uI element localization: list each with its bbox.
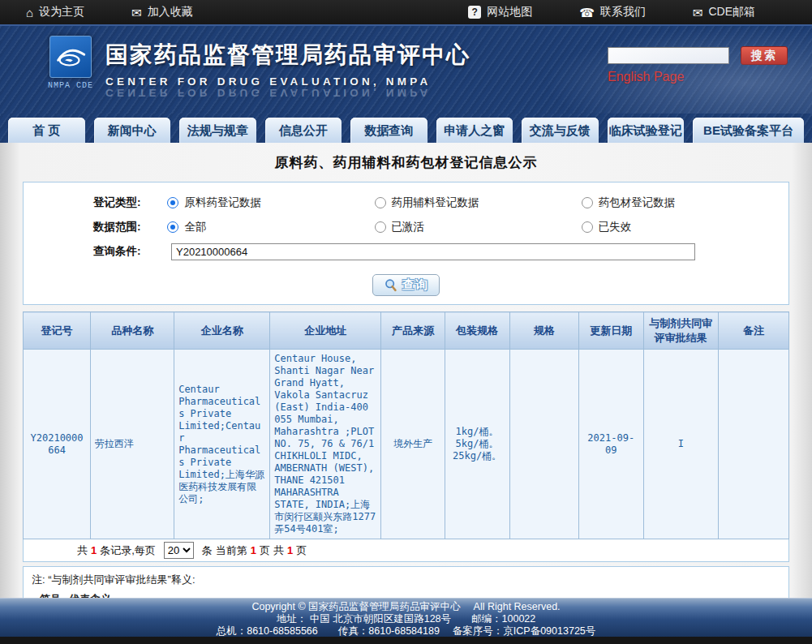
cell-packaging: 1kg/桶。5kg/桶。25kg/桶。 (445, 350, 509, 539)
phone-icon: ☎ (579, 6, 595, 19)
current-page: 1 (251, 544, 256, 556)
page-title: 原料药、药用辅料和药包材登记信息公示 (0, 153, 812, 172)
col-company: 企业名称 (174, 312, 270, 350)
main-content: 原料药、药用辅料和药包材登记信息公示 登记类型: 原料药登记数据 药用辅料登记数… (0, 143, 812, 598)
radio-raw-material[interactable]: 原料药登记数据 (167, 195, 374, 210)
cell-review-result: I (643, 350, 718, 539)
cell-address: Centaur House, Shanti Nagar Near Grand H… (270, 350, 381, 539)
radio-scope-all[interactable]: 全部 (167, 220, 374, 234)
col-name: 品种名称 (91, 312, 174, 350)
tab-feedback[interactable]: 交流与反馈 (522, 118, 599, 143)
radio-icon[interactable] (582, 197, 593, 208)
cell-reg-no: Y20210000664 (24, 350, 91, 539)
contact-label: 联系我们 (600, 5, 646, 19)
radio-scope-active[interactable]: 已激活 (375, 220, 582, 234)
add-favorite-label: 加入收藏 (148, 5, 193, 19)
col-remark: 备注 (718, 312, 788, 350)
cde-mail-label: CDE邮箱 (708, 5, 755, 19)
cell-update-date: 2021-09-09 (578, 350, 643, 539)
radio-label: 药用辅料登记数据 (392, 195, 479, 210)
col-packaging: 包装规格 (445, 312, 509, 350)
col-address: 企业地址 (270, 312, 381, 350)
question-mark-icon: ? (468, 6, 481, 19)
tab-be-platform[interactable]: BE试验备案平台 (693, 118, 804, 143)
col-reg-no: 登记号 (24, 312, 91, 350)
set-home-link[interactable]: ⌂ 设为主页 (26, 5, 84, 19)
col-review-result: 与制剂共同审评审批结果 (643, 312, 718, 350)
site-search-button[interactable]: 搜索 (741, 46, 788, 65)
query-condition-label: 查询条件: (93, 244, 171, 259)
total-pages: 1 (287, 544, 293, 556)
col-source: 产品来源 (381, 312, 445, 350)
pager-text: 页 (296, 543, 307, 558)
contact-link[interactable]: ☎ 联系我们 (579, 5, 646, 19)
table-header-row: 登记号 品种名称 企业名称 企业地址 产品来源 包装规格 规格 更新日期 与制剂… (24, 312, 789, 350)
radio-label: 药包材登记数据 (599, 195, 676, 210)
radio-icon[interactable] (167, 221, 178, 233)
radio-excipient[interactable]: 药用辅料登记数据 (375, 195, 582, 210)
col-spec: 规格 (509, 312, 578, 350)
tab-data-query[interactable]: 数据查询 (350, 118, 427, 143)
magnifier-icon (384, 278, 397, 292)
home-icon: ⌂ (26, 6, 33, 19)
site-logo[interactable]: NMPA CDE (45, 36, 96, 90)
pager-text: 当前第 (216, 543, 247, 558)
pagination-bar: 共 1 条记录,每页 20 条 当前第 1 页 共 1 页 (23, 539, 789, 562)
sitemap-link[interactable]: ? 网站地图 (468, 5, 532, 19)
site-search-input[interactable] (608, 47, 729, 64)
tab-clinical-trial[interactable]: 临床试验登记 (608, 118, 685, 143)
radio-scope-expired[interactable]: 已失效 (582, 220, 788, 234)
add-favorite-link[interactable]: ✉ 加入收藏 (131, 5, 193, 19)
col-update-date: 更新日期 (578, 312, 643, 350)
radio-label: 原料药登记数据 (184, 195, 261, 210)
logo-caption: NMPA CDE (45, 81, 96, 90)
radio-icon[interactable] (582, 221, 593, 233)
tab-news[interactable]: 新闻中心 (94, 118, 171, 143)
radio-icon[interactable] (167, 197, 178, 208)
site-title: 国家药品监督管理局药品审评中心 (105, 40, 470, 71)
tab-home[interactable]: 首 页 (8, 118, 85, 143)
main-nav: 首 页 新闻中心 法规与规章 信息公开 数据查询 申请人之窗 交流与反馈 临床试… (0, 114, 812, 143)
query-condition-input[interactable] (171, 243, 695, 260)
notes-title: 注: “与制剂共同审评审批结果”释义: (32, 573, 780, 587)
radio-label: 已失效 (599, 220, 632, 234)
footer-address: 地址： 中国 北京市朝阳区建国路128号 邮编：100022 (0, 613, 812, 625)
pager-text: 条记录,每页 (100, 543, 156, 558)
query-button[interactable]: 查询 (372, 274, 440, 296)
pager-text: 共 (77, 543, 88, 558)
cell-spec (509, 350, 578, 539)
mail-icon: ✉ (693, 6, 703, 19)
reg-type-label: 登记类型: (93, 195, 167, 210)
site-subtitle-reflection: CENTER FOR DRUG EVALUATION, NMPA (105, 87, 470, 99)
site-subtitle: CENTER FOR DRUG EVALUATION, NMPA (105, 75, 470, 88)
result-table-wrap: 登记号 品种名称 企业名称 企业地址 产品来源 包装规格 规格 更新日期 与制剂… (23, 311, 789, 562)
cell-company: Centaur Pharmaceuticals Private Limited;… (174, 350, 270, 539)
tab-disclosure[interactable]: 信息公开 (265, 118, 342, 143)
top-utility-bar: ⌂ 设为主页 ✉ 加入收藏 ? 网站地图 ☎ 联系我们 ✉ CDE邮箱 (0, 0, 812, 24)
page-size-select[interactable]: 20 (164, 542, 194, 559)
pager-text: 条 (202, 543, 213, 558)
english-page-link[interactable]: English Page (608, 70, 794, 84)
cde-mail-link[interactable]: ✉ CDE邮箱 (693, 5, 755, 19)
query-form: 登记类型: 原料药登记数据 药用辅料登记数据 药包材登记数据 数据范围: 全部 (23, 182, 789, 305)
cell-name: 劳拉西泮 (91, 350, 174, 539)
site-footer: Copyright © 国家药品监督管理局药品审评中心 All Right Re… (0, 598, 812, 637)
radio-packaging-material[interactable]: 药包材登记数据 (582, 195, 788, 210)
radio-icon[interactable] (375, 221, 386, 233)
footer-contacts: 总机：8610-68585566 传真：8610-68584189 备案序号：京… (0, 625, 812, 638)
query-button-label: 查询 (402, 277, 428, 293)
cde-swoosh-icon (54, 40, 88, 74)
radio-label: 已激活 (392, 220, 425, 234)
site-banner: NMPA CDE 国家药品监督管理局药品审评中心 CENTER FOR DRUG… (0, 24, 812, 114)
footer-copyright: Copyright © 国家药品监督管理局药品审评中心 All Right Re… (0, 601, 812, 613)
pager-text: 页 (260, 543, 270, 558)
tab-regulations[interactable]: 法规与规章 (179, 118, 256, 143)
scope-label: 数据范围: (93, 220, 167, 234)
pager-text: 共 (273, 543, 284, 558)
radio-icon[interactable] (375, 197, 386, 208)
cell-remark (718, 350, 788, 539)
total-records: 1 (91, 544, 97, 556)
bottom-strip (0, 637, 812, 644)
radio-label: 全部 (184, 220, 206, 234)
tab-applicant[interactable]: 申请人之窗 (436, 118, 513, 143)
